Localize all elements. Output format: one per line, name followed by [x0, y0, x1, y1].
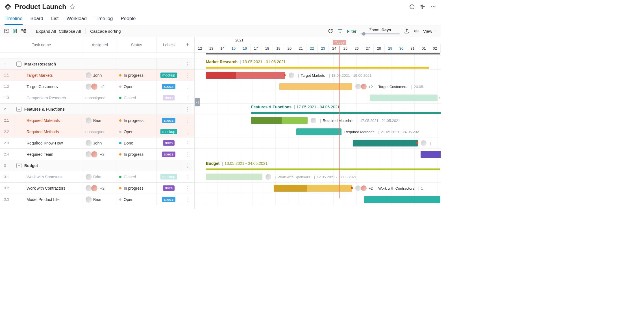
group-bar[interactable]: [206, 67, 429, 69]
tab-workload[interactable]: Workload: [66, 14, 87, 25]
export-icon[interactable]: [404, 28, 410, 34]
task-name[interactable]: Required Team: [14, 149, 83, 160]
group-bar[interactable]: [206, 168, 440, 170]
timeline-day[interactable]: 17: [251, 44, 262, 52]
timeline-day[interactable]: 26: [351, 44, 362, 52]
task-bar[interactable]: [353, 140, 418, 146]
tab-timelog[interactable]: Time log: [95, 14, 113, 25]
task-name[interactable]: Work with Sponsors: [14, 171, 83, 182]
task-row[interactable]: 3.1Work with SponsorsBrianClosedmockup⋮: [0, 171, 194, 183]
timeline-day[interactable]: 28: [374, 44, 385, 52]
task-status[interactable]: Open: [117, 194, 156, 205]
task-label[interactable]: mockup: [156, 126, 181, 137]
settings-sliders-icon[interactable]: [420, 4, 425, 10]
timeline-day[interactable]: 29: [385, 44, 396, 52]
list-flag-icon[interactable]: [12, 28, 18, 34]
timeline-day[interactable]: 21: [295, 44, 306, 52]
zoom-slider[interactable]: [360, 33, 400, 34]
row-more-icon[interactable]: ⋮: [181, 92, 194, 103]
task-status[interactable]: In progress: [117, 115, 156, 126]
timeline-day[interactable]: 01: [418, 44, 430, 52]
label-pill[interactable]: mockup: [160, 174, 177, 179]
timeline-day[interactable]: 22: [306, 44, 318, 52]
label-pill[interactable]: docs: [163, 95, 175, 100]
task-name[interactable]: Target Markets: [14, 70, 83, 81]
hierarchy-icon[interactable]: [21, 28, 27, 34]
task-assignee[interactable]: unassigned: [83, 92, 117, 103]
task-label[interactable]: docs: [156, 92, 181, 103]
group-bar[interactable]: [251, 112, 441, 114]
task-name[interactable]: Competitors Research: [14, 92, 83, 103]
timeline-day[interactable]: 25: [340, 44, 351, 52]
task-status[interactable]: In progress: [117, 149, 156, 160]
timeline-day[interactable]: 24: [329, 44, 340, 52]
task-bar[interactable]: [421, 151, 441, 158]
task-name[interactable]: Required Methods: [14, 126, 83, 137]
task-row[interactable]: 1.3Competitors ResearchunassignedClosedd…: [0, 92, 194, 104]
task-label[interactable]: specs: [156, 194, 181, 205]
col-header-task[interactable]: Task name: [0, 37, 83, 52]
star-icon[interactable]: [69, 4, 75, 10]
history-icon[interactable]: [409, 4, 415, 10]
timeline-day[interactable]: 12: [195, 44, 206, 52]
task-label[interactable]: docs: [156, 137, 181, 148]
more-horizontal-icon[interactable]: [430, 4, 436, 10]
timeline-day[interactable]: 19: [273, 44, 284, 52]
task-status[interactable]: In progress: [117, 70, 156, 81]
task-bar[interactable]: [206, 174, 262, 180]
row-more-icon[interactable]: ⋮: [181, 58, 194, 69]
label-pill[interactable]: specs: [162, 118, 176, 123]
group-name[interactable]: −Market Research: [14, 58, 83, 69]
collapse-icon[interactable]: −: [16, 163, 21, 168]
group-row[interactable]: 3−Budget⋮: [0, 160, 194, 171]
cascade-sorting-button[interactable]: Cascade sorting: [90, 29, 121, 34]
task-row[interactable]: 2.1Required MaterialsBrianIn progressspe…: [0, 115, 194, 126]
col-header-labels[interactable]: Labels: [156, 37, 181, 52]
view-button[interactable]: View: [423, 29, 437, 34]
task-label[interactable]: specs: [156, 81, 181, 92]
collapse-icon[interactable]: −: [16, 107, 21, 112]
task-assignee[interactable]: John: [83, 70, 117, 81]
add-column-button[interactable]: +: [181, 37, 194, 52]
task-assignee[interactable]: Brian: [83, 115, 117, 126]
row-more-icon[interactable]: ⋮: [181, 126, 194, 137]
timeline-day[interactable]: 20: [284, 44, 295, 52]
task-status[interactable]: Closed: [117, 92, 156, 103]
tab-timeline[interactable]: Timeline: [5, 14, 23, 25]
label-pill[interactable]: specs: [162, 197, 176, 202]
expand-all-button[interactable]: Expand All: [36, 29, 56, 34]
task-bar[interactable]: [251, 117, 308, 124]
task-label[interactable]: mockup: [156, 171, 181, 182]
label-pill[interactable]: docs: [163, 140, 175, 146]
task-assignee[interactable]: Brian: [83, 171, 117, 182]
timeline-day[interactable]: 02: [429, 44, 441, 52]
task-bar[interactable]: [364, 196, 440, 203]
col-header-status[interactable]: Status: [117, 37, 156, 52]
task-assignee[interactable]: Brian: [83, 194, 117, 205]
task-status[interactable]: In progress: [117, 183, 156, 194]
task-label[interactable]: mockup: [156, 70, 181, 81]
collapse-grid-handle[interactable]: ◁: [195, 98, 200, 106]
task-label[interactable]: docs: [156, 183, 181, 194]
group-row[interactable]: 1−Market Research⋮: [0, 58, 194, 70]
task-row[interactable]: 3.3Model Product LifeBrianOpenspecs⋮: [0, 194, 194, 205]
task-label[interactable]: specs: [156, 115, 181, 126]
task-row[interactable]: 1.2Target Customers+2Openspecs⋮: [0, 81, 194, 92]
row-more-icon[interactable]: ⋮: [181, 104, 194, 115]
collapse-icon[interactable]: −: [16, 62, 21, 67]
group-row[interactable]: 2−Features & Functions⋮: [0, 104, 194, 115]
row-more-icon[interactable]: ⋮: [181, 194, 194, 205]
label-pill[interactable]: mockup: [160, 73, 177, 78]
task-assignee[interactable]: unassigned: [83, 126, 117, 137]
task-name[interactable]: Work with Contractors: [14, 183, 83, 194]
row-more-icon[interactable]: ⋮: [181, 70, 194, 81]
task-name[interactable]: Required Materials: [14, 115, 83, 126]
col-header-assigned[interactable]: Assigned: [83, 37, 117, 52]
expand-horizontal-icon[interactable]: [414, 28, 419, 34]
checklist-icon[interactable]: [4, 28, 10, 34]
task-row[interactable]: 1.1Target MarketsJohnIn progressmockup⋮: [0, 70, 194, 81]
timeline-day[interactable]: 15: [228, 44, 240, 52]
group-name[interactable]: −Features & Functions: [14, 104, 83, 115]
collapse-all-button[interactable]: Collapse All: [59, 29, 81, 34]
refresh-icon[interactable]: [328, 28, 333, 34]
